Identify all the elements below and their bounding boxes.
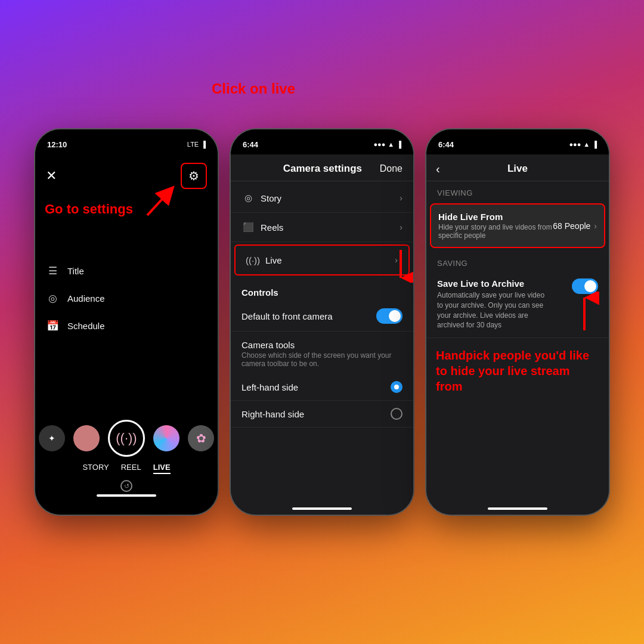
phone1-circles: ✦ ((·)) ✿	[39, 420, 214, 457]
circle-live-main[interactable]: ((·))	[108, 420, 145, 457]
phone1-battery: ▐	[201, 141, 206, 148]
phone-3: 6:44 ●●● ▲ ▐ ‹ Live Viewing Hide Live Fr	[425, 128, 610, 516]
phone1-notch-pill	[97, 134, 156, 150]
reels-chevron-icon: ›	[400, 222, 402, 232]
hide-live-from-title: Hide Live From	[438, 212, 553, 222]
phone3-notch-pill	[488, 134, 547, 150]
menu-item-title[interactable]: ☰ Title	[46, 257, 207, 284]
gear-icon: ⚙	[188, 169, 199, 183]
phone2-right-hand-row[interactable]: Right-hand side	[231, 401, 413, 428]
phone3-save-row: Save Live to Archive Automatically save …	[426, 271, 609, 338]
phone2-story-row[interactable]: ◎ Story ›	[231, 184, 413, 213]
left-hand-radio[interactable]	[391, 381, 402, 393]
arrow-down-icon	[392, 247, 413, 283]
save-live-text: Save Live to Archive Automatically save …	[437, 278, 550, 330]
circle-avatar[interactable]	[73, 425, 100, 451]
live-icon: ((·))	[246, 253, 259, 267]
reels-row-left: ⬛ Reels	[242, 221, 283, 234]
camera-settings-title: Camera settings	[283, 163, 362, 175]
right-hand-label: Right-hand side	[242, 409, 304, 419]
phone2-status: ●●● ▲ ▐	[373, 141, 401, 148]
story-label: Story	[261, 193, 281, 203]
phone3-hide-live-row[interactable]: Hide Live From Hide your story and live …	[430, 203, 605, 248]
phone2-reels-row[interactable]: ⬛ Reels ›	[231, 213, 413, 242]
mode-story[interactable]: STORY	[82, 463, 109, 474]
menu-title-label: Title	[67, 266, 84, 276]
camera-tools-section: Camera tools Choose which side of the sc…	[231, 332, 413, 374]
circle-color[interactable]	[153, 425, 179, 451]
saving-section-label: Saving	[426, 250, 609, 271]
menu-audience-label: Audience	[67, 293, 105, 304]
phone1-status: LTE ▐	[187, 141, 206, 148]
menu-item-schedule[interactable]: 📅 Schedule	[46, 312, 207, 339]
phone1-home-bar	[97, 494, 156, 497]
phone3-battery: ▐	[592, 141, 597, 148]
phone1-lte: LTE	[187, 141, 199, 148]
phone2-battery: ▐	[397, 141, 401, 148]
reels-icon: ⬛	[242, 221, 255, 234]
left-hand-label: Left-hand side	[242, 382, 298, 392]
phone2-home-bar	[292, 507, 352, 510]
phone2-nav-section: ◎ Story › ⬛ Reels ›	[231, 181, 413, 280]
close-icon[interactable]: ✕	[46, 168, 57, 184]
save-row-inner: Save Live to Archive Automatically save …	[437, 278, 598, 330]
phone2-header: Camera settings Done	[231, 154, 413, 181]
live-label: Live	[265, 255, 282, 265]
front-camera-label: Default to front camera	[242, 311, 333, 321]
flip-camera-icon[interactable]: ↺	[120, 480, 132, 492]
save-live-sub: Automatically save your live video to yo…	[437, 290, 550, 330]
phone2-notch: 6:44 ●●● ▲ ▐	[231, 129, 413, 154]
phone3-home-bar	[488, 507, 547, 510]
schedule-icon: 📅	[46, 319, 59, 332]
hide-live-from-sub: Hide your story and live videos from spe…	[438, 223, 553, 240]
phone3-notch: 6:44 ●●● ▲ ▐	[426, 129, 609, 154]
live-row-left: ((·)) Live	[246, 253, 282, 267]
phone3-signal: ●●●	[569, 141, 581, 148]
hide-live-from-count: 68 People	[553, 221, 590, 231]
back-button[interactable]: ‹	[436, 162, 440, 176]
done-button[interactable]: Done	[380, 163, 402, 174]
right-hand-radio[interactable]	[391, 408, 402, 420]
phone-2: 6:44 ●●● ▲ ▐ Camera settings Done	[230, 128, 414, 516]
controls-label: Controls	[231, 280, 413, 301]
phone2-wifi: ▲	[388, 141, 394, 148]
phone1-topbar: ✕ ⚙	[35, 154, 218, 194]
menu-item-audience[interactable]: ◎ Audience	[46, 284, 207, 312]
front-camera-toggle[interactable]	[376, 308, 402, 324]
circle-flower[interactable]: ✿	[188, 425, 214, 451]
save-live-title: Save Live to Archive	[437, 278, 550, 289]
phone3-wifi: ▲	[583, 141, 590, 148]
down-arrow-to-live	[392, 247, 413, 285]
go-to-settings-label: Go to settings	[45, 202, 133, 217]
camera-tools-sub: Choose which side of the screen you want…	[231, 351, 413, 374]
phone1-mode-labels: STORY REEL LIVE	[82, 463, 170, 474]
phone1-menu: ☰ Title ◎ Audience 📅 Schedule	[35, 221, 218, 339]
phone2-left-hand-row[interactable]: Left-hand side	[231, 374, 413, 401]
circle-effects[interactable]: ✦	[39, 425, 65, 451]
reels-label: Reels	[261, 222, 283, 233]
phone-1: 12:10 LTE ▐ ✕ ⚙ Go to settings	[34, 128, 219, 516]
phone1-screen: ✕ ⚙ Go to settings	[35, 154, 218, 515]
phone3-screen: ‹ Live Viewing Hide Live From Hide your …	[426, 154, 609, 515]
svg-line-1	[147, 193, 168, 215]
story-row-left: ◎ Story	[242, 191, 281, 205]
hide-live-from-text: Hide Live From Hide your story and live …	[438, 212, 553, 240]
phone1-time: 12:10	[47, 140, 67, 149]
phone2-live-row[interactable]: ((·)) Live ›	[234, 244, 410, 275]
phone3-time: 6:44	[438, 140, 454, 149]
live-signal-icon: ((·))	[116, 431, 137, 446]
phone3-status: ●●● ▲ ▐	[569, 141, 597, 148]
mode-live[interactable]: LIVE	[153, 463, 171, 474]
save-live-toggle[interactable]	[572, 278, 598, 294]
live-settings-title: Live	[507, 163, 528, 175]
viewing-section-label: Viewing	[426, 181, 609, 201]
phone2-screen: Camera settings Done ◎ Story › ⬛	[231, 154, 413, 515]
settings-button[interactable]: ⚙	[181, 163, 207, 189]
mode-reel[interactable]: REEL	[121, 463, 141, 474]
click-on-live-label: Click on live	[212, 80, 295, 97]
hide-live-chevron-icon: ›	[594, 221, 597, 231]
handpick-label: Handpick people you'd like to hide your …	[426, 338, 609, 394]
story-icon: ◎	[242, 191, 255, 205]
story-chevron-icon: ›	[400, 193, 402, 203]
phone1-bottom: ✦ ((·)) ✿ STORY REEL LIVE	[35, 420, 218, 497]
